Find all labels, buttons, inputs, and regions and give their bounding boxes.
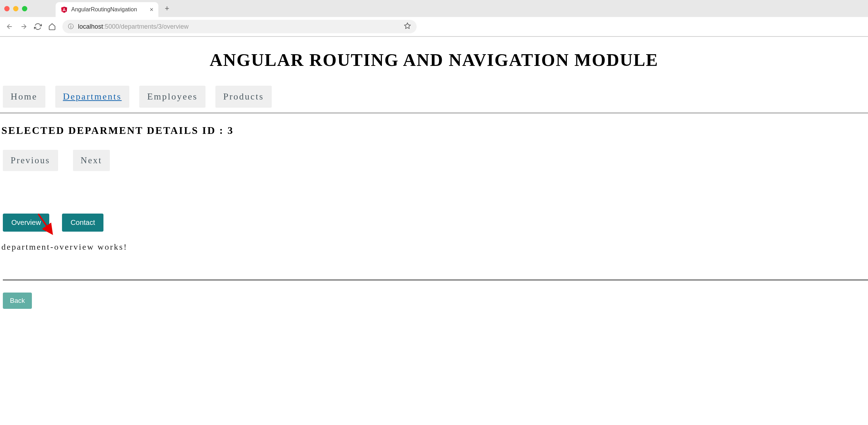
tab-title: AngularRoutingNavigation xyxy=(71,6,146,13)
section-heading: SELECTED DEPARMENT DETAILS ID : 3 xyxy=(0,125,868,136)
browser-toolbar: ⓘ localhost:5000/departments/3/overview xyxy=(0,17,868,36)
nav-home[interactable]: Home xyxy=(3,86,45,108)
heading-prefix: SELECTED DEPARMENT DETAILS ID : xyxy=(1,125,227,136)
back-icon[interactable] xyxy=(6,23,13,30)
page-title: ANGULAR ROUTING AND NAVIGATION MODULE xyxy=(0,50,868,70)
nav-products[interactable]: Products xyxy=(215,86,272,108)
bookmark-star-icon[interactable] xyxy=(404,22,411,31)
nav-departments[interactable]: Departments xyxy=(55,86,130,108)
contact-tab-button[interactable]: Contact xyxy=(62,214,103,232)
svg-marker-0 xyxy=(405,23,411,29)
next-button[interactable]: Next xyxy=(73,150,110,171)
tab-bar: AngularRoutingNavigation × + xyxy=(0,0,868,17)
reload-icon[interactable] xyxy=(34,23,42,30)
maximize-window-button[interactable] xyxy=(22,6,27,11)
home-icon[interactable] xyxy=(48,23,56,30)
forward-icon[interactable] xyxy=(20,23,28,30)
nav-divider xyxy=(0,113,868,113)
heading-id: 3 xyxy=(227,125,234,136)
close-tab-icon[interactable]: × xyxy=(150,6,153,13)
url-path: :5000/departments/3/overview xyxy=(103,23,188,30)
footer-divider xyxy=(3,279,868,280)
window-controls xyxy=(4,6,27,11)
nav-employees[interactable]: Employees xyxy=(139,86,205,108)
back-button[interactable]: Back xyxy=(3,293,32,309)
url-display: localhost:5000/departments/3/overview xyxy=(78,23,188,30)
router-outlet-text: department-overview works! xyxy=(0,242,868,252)
previous-button[interactable]: Previous xyxy=(3,150,58,171)
pagination-row: Previous Next xyxy=(0,150,868,171)
browser-chrome: AngularRoutingNavigation × + ⓘ localhost… xyxy=(0,0,868,37)
minimize-window-button[interactable] xyxy=(13,6,18,11)
new-tab-button[interactable]: + xyxy=(165,4,169,13)
address-bar[interactable]: ⓘ localhost:5000/departments/3/overview xyxy=(62,20,417,33)
angular-favicon xyxy=(61,6,68,13)
page-content: ANGULAR ROUTING AND NAVIGATION MODULE Ho… xyxy=(0,50,868,323)
site-info-icon[interactable]: ⓘ xyxy=(68,23,74,30)
overview-tab-button[interactable]: Overview xyxy=(3,214,49,232)
close-window-button[interactable] xyxy=(4,6,10,11)
main-nav: Home Departments Employees Products xyxy=(0,86,868,108)
sub-tab-row: Overview Contact xyxy=(0,214,868,232)
url-host: localhost xyxy=(78,23,103,30)
browser-tab[interactable]: AngularRoutingNavigation × xyxy=(56,2,158,17)
